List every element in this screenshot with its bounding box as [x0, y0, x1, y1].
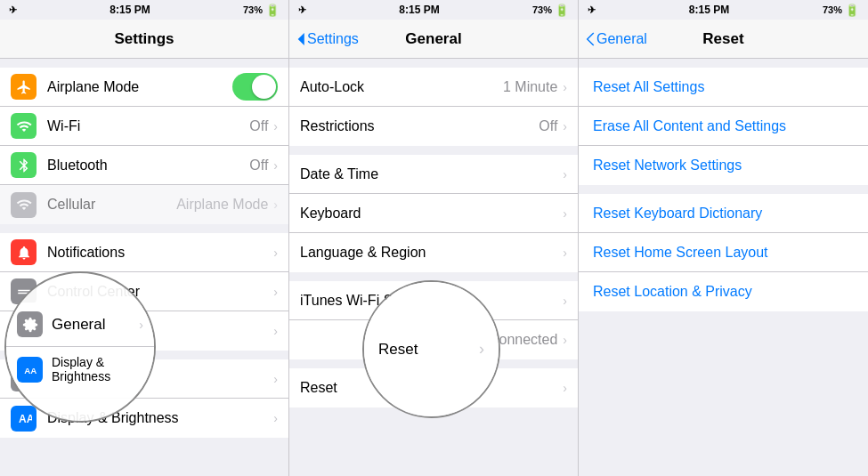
reset-keyboard-text: Reset Keyboard Dictionary	[593, 206, 762, 222]
airplane-status-icon-2: ✈	[298, 4, 306, 16]
row-cellular[interactable]: Cellular Airplane Mode ›	[0, 185, 288, 224]
airplane-icon	[11, 74, 37, 100]
cellular-icon	[11, 192, 37, 218]
row-autolock[interactable]: Auto-Lock 1 Minute ›	[289, 68, 578, 107]
settings-group-3: General › AA Display & Brightness ›	[0, 359, 288, 438]
status-left-3: ✈	[588, 4, 596, 16]
keyboard-chevron: ›	[563, 206, 567, 221]
battery-pct-3: 73%	[823, 4, 842, 15]
back-button-2[interactable]: Settings	[296, 31, 359, 47]
control-center-chevron: ›	[273, 285, 278, 299]
reset-network-text: Reset Network Settings	[593, 157, 742, 173]
row-reset-keyboard[interactable]: Reset Keyboard Dictionary	[579, 194, 868, 233]
row-keyboard[interactable]: Keyboard ›	[289, 194, 578, 233]
display-icon: AA	[11, 406, 37, 432]
panel-settings: ✈ 8:15 PM 73% 🔋 Settings Airplane Mode	[0, 0, 289, 476]
bluetooth-icon	[11, 152, 37, 178]
row-notifications[interactable]: Notifications ›	[0, 233, 288, 272]
row-general[interactable]: General ›	[0, 359, 288, 399]
dnd-icon	[11, 319, 37, 344]
row-itunes-sync[interactable]: iTunes Wi-Fi Sync ›	[289, 281, 578, 320]
restrictions-chevron: ›	[563, 119, 567, 133]
notifications-chevron: ›	[273, 246, 278, 260]
status-bar-1: ✈ 8:15 PM 73% 🔋	[0, 0, 288, 20]
row-bluetooth[interactable]: Bluetooth Off ›	[0, 146, 288, 185]
general-chevron: ›	[273, 372, 278, 386]
general-label: General	[47, 371, 273, 387]
reset-group: Reset All Settings Erase All Content and…	[579, 68, 868, 185]
dnd-label: Do Not Disturb	[47, 323, 273, 339]
row-wifi[interactable]: Wi-Fi Off ›	[0, 107, 288, 146]
row-display[interactable]: AA Display & Brightness ›	[0, 399, 288, 438]
status-left-1: ✈	[9, 4, 17, 16]
display-chevron: ›	[273, 411, 278, 425]
status-right-1: 73% 🔋	[243, 4, 280, 17]
status-right-3: 73% 🔋	[823, 4, 859, 17]
datetime-chevron: ›	[563, 167, 567, 182]
row-restrictions[interactable]: Restrictions Off ›	[289, 107, 578, 146]
row-language[interactable]: Language & Region ›	[289, 233, 578, 272]
back-button-3[interactable]: General	[586, 31, 647, 47]
wifi-chevron: ›	[273, 119, 278, 133]
row-reset-network[interactable]: Reset Network Settings	[579, 146, 868, 185]
back-label-3: General	[596, 31, 647, 47]
row-not-connected[interactable]: Not Connected ›	[289, 320, 578, 359]
battery-icon-2: 🔋	[555, 4, 569, 17]
autolock-chevron: ›	[563, 80, 567, 94]
bluetooth-value: Off	[249, 157, 268, 173]
row-erase-all[interactable]: Erase All Content and Settings	[579, 107, 868, 146]
svg-text:AA: AA	[19, 413, 32, 425]
status-time-3: 8:15 PM	[689, 4, 729, 16]
restrictions-value: Off	[539, 118, 557, 134]
status-bar-3: ✈ 8:15 PM 73% 🔋	[579, 0, 868, 20]
autolock-value: 1 Minute	[503, 79, 557, 95]
cellular-label: Cellular	[47, 197, 176, 213]
airplane-mode-label: Airplane Mode	[47, 79, 232, 95]
language-label: Language & Region	[300, 245, 563, 261]
settings-group-2: Notifications › Control Center › Do Not …	[0, 233, 288, 351]
row-control-center[interactable]: Control Center ›	[0, 272, 288, 311]
wifi-icon	[11, 113, 37, 139]
restrictions-label: Restrictions	[300, 118, 539, 134]
panel-3-content: Reset All Settings Erase All Content and…	[579, 59, 868, 476]
panel-1-content: Airplane Mode Wi-Fi Off › Bluetooth	[0, 59, 288, 476]
reset-group-2: Reset Keyboard Dictionary Reset Home Scr…	[579, 194, 868, 311]
general-group-1: Auto-Lock 1 Minute › Restrictions Off ›	[289, 68, 578, 146]
reset-chevron: ›	[563, 381, 567, 395]
airplane-status-icon: ✈	[9, 4, 17, 16]
cellular-chevron: ›	[273, 198, 278, 212]
general-group-4: Reset ›	[289, 368, 578, 407]
not-connected-value: Not Connected	[463, 332, 558, 348]
airplane-mode-toggle[interactable]	[232, 73, 278, 101]
keyboard-label: Keyboard	[300, 206, 563, 222]
row-datetime[interactable]: Date & Time ›	[289, 155, 578, 194]
bluetooth-label: Bluetooth	[47, 157, 249, 173]
datetime-label: Date & Time	[300, 166, 563, 182]
back-label-2: Settings	[307, 31, 359, 47]
itunes-label: iTunes Wi-Fi Sync	[300, 293, 563, 309]
status-bar-2: ✈ 8:15 PM 73% 🔋	[289, 0, 578, 20]
dnd-chevron: ›	[273, 324, 278, 338]
itunes-chevron: ›	[563, 294, 567, 308]
general-group-2: Date & Time › Keyboard › Language & Regi…	[289, 155, 578, 272]
settings-group-1: Airplane Mode Wi-Fi Off › Bluetooth	[0, 68, 288, 224]
reset-all-settings-text: Reset All Settings	[593, 79, 704, 95]
row-airplane-mode[interactable]: Airplane Mode	[0, 68, 288, 107]
toggle-thumb	[252, 75, 276, 99]
row-reset-location[interactable]: Reset Location & Privacy	[579, 272, 868, 311]
battery-icon-1: 🔋	[265, 4, 280, 17]
panel-2-content: Auto-Lock 1 Minute › Restrictions Off › …	[289, 59, 578, 476]
cellular-value: Airplane Mode	[176, 197, 268, 213]
nav-bar-3: General Reset	[579, 20, 868, 59]
bluetooth-chevron: ›	[273, 158, 278, 173]
row-reset-home[interactable]: Reset Home Screen Layout	[579, 233, 868, 272]
control-center-icon	[11, 278, 37, 304]
display-label: Display & Brightness	[47, 410, 273, 426]
notifications-label: Notifications	[47, 245, 273, 261]
nav-title-2: General	[405, 30, 461, 48]
row-reset[interactable]: Reset ›	[289, 368, 578, 407]
row-do-not-disturb[interactable]: Do Not Disturb ›	[0, 311, 288, 351]
control-center-label: Control Center	[47, 284, 273, 300]
erase-all-text: Erase All Content and Settings	[593, 118, 786, 134]
row-reset-all-settings[interactable]: Reset All Settings	[579, 68, 868, 107]
